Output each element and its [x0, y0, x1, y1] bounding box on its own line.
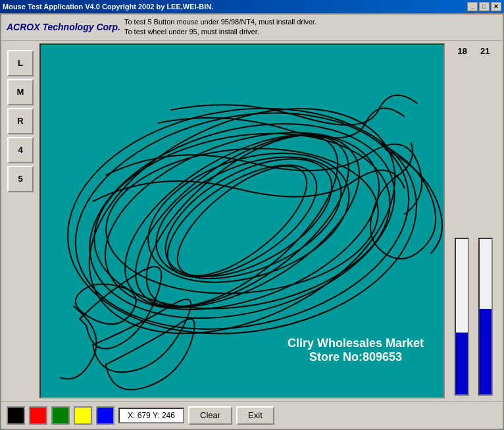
header-area: ACROX Technology Corp. To test 5 Button … [1, 14, 503, 41]
title-controls: _ □ ✕ [467, 2, 501, 11]
close-button[interactable]: ✕ [491, 2, 501, 11]
meters-labels: 18 21 [458, 46, 490, 56]
bottom-bar: X: 679 Y: 246 Clear Exit [1, 401, 503, 429]
mouse-trail-svg [41, 45, 443, 397]
color-red[interactable] [29, 406, 47, 425]
color-black[interactable] [7, 406, 25, 425]
header-text: To test 5 Button mouse under 95/98/NT4, … [124, 17, 316, 38]
color-yellow[interactable] [74, 406, 92, 425]
right-mouse-button[interactable]: R [7, 108, 34, 134]
company-name: ACROX Technology Corp. [7, 22, 120, 32]
clear-button[interactable]: Clear [188, 406, 232, 425]
meter2-fill [480, 309, 491, 394]
left-mouse-button[interactable]: L [7, 50, 34, 76]
coordinates-display: X: 679 Y: 246 [118, 408, 184, 423]
middle-mouse-button[interactable]: M [7, 79, 34, 105]
header-line2: To test wheel under 95, must install dri… [124, 27, 316, 37]
left-buttons: L M R 4 5 [4, 43, 37, 398]
svg-point-9 [119, 105, 365, 336]
exit-button[interactable]: Exit [236, 406, 274, 425]
title-bar: Mouse Test Application V4.0 Copyright 20… [0, 0, 504, 13]
svg-point-6 [55, 84, 429, 358]
maximize-button[interactable]: □ [479, 2, 490, 11]
meter1-fill [456, 333, 468, 394]
drawing-canvas[interactable]: Cliry Wholesales Market Store No:809653 [39, 43, 445, 398]
svg-point-1 [80, 111, 404, 331]
svg-point-4 [54, 63, 430, 379]
button-5[interactable]: 5 [7, 166, 34, 192]
meters-bars [455, 59, 493, 396]
color-blue[interactable] [96, 406, 114, 425]
right-meters: 18 21 [447, 43, 500, 398]
meter2-container [478, 238, 493, 396]
meter1-label: 18 [458, 46, 467, 56]
color-green[interactable] [51, 406, 70, 425]
meter2-label: 21 [480, 46, 490, 56]
button-4[interactable]: 4 [7, 137, 34, 163]
svg-point-14 [161, 147, 323, 295]
minimize-button[interactable]: _ [467, 2, 478, 11]
title-text: Mouse Test Application V4.0 Copyright 20… [3, 3, 213, 11]
header-line1: To test 5 Button mouse under 95/98/NT4, … [124, 17, 316, 27]
content-area: L M R 4 5 [1, 41, 503, 401]
main-window: ACROX Technology Corp. To test 5 Button … [0, 13, 504, 430]
meter1-container [455, 238, 469, 396]
